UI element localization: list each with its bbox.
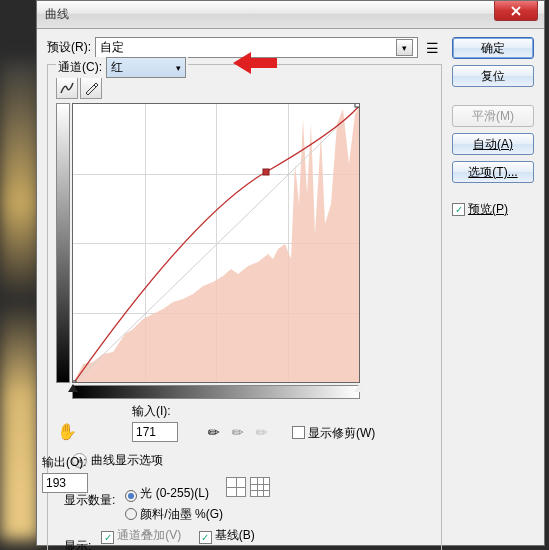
light-radio[interactable]: 光 (0-255)(L) (125, 486, 209, 500)
chevron-down-icon: ▾ (176, 63, 181, 73)
white-eyedropper-icon[interactable]: ✎ (248, 418, 276, 446)
grid-detailed-icon[interactable] (250, 477, 270, 497)
svg-rect-3 (355, 104, 360, 107)
close-button[interactable] (494, 1, 538, 21)
white-point-slider[interactable] (354, 384, 364, 392)
hand-tool-icon[interactable]: ✋ (56, 420, 78, 442)
input-label: 输入(I): (132, 403, 178, 420)
curve-icon (59, 81, 75, 95)
black-point-slider[interactable] (68, 384, 78, 392)
grid-simple-icon[interactable] (226, 477, 246, 497)
ok-button[interactable]: 确定 (452, 37, 534, 59)
curve-tool-button[interactable] (56, 77, 78, 99)
output-label: 输出(O): (42, 454, 88, 471)
show-clip-checkbox[interactable]: 显示修剪(W) (292, 425, 375, 442)
options-button[interactable]: 选项(T)... (452, 161, 534, 183)
show-label: 显示: (64, 538, 91, 551)
output-input[interactable]: 193 (42, 473, 88, 493)
channel-select[interactable]: 红 ▾ (106, 57, 186, 78)
close-icon (510, 6, 522, 16)
show-amount-label: 显示数量: (64, 492, 115, 509)
pencil-tool-button[interactable] (80, 77, 102, 99)
svg-rect-1 (73, 381, 76, 383)
annotation-arrow (233, 52, 277, 74)
input-gradient[interactable] (72, 385, 360, 399)
baseline-checkbox[interactable]: ✓基线(B) (199, 528, 255, 542)
curve-group: 通道(C): 红 ▾ (47, 64, 442, 550)
cancel-button[interactable]: 复位 (452, 65, 534, 87)
curve-canvas[interactable] (72, 103, 360, 383)
titlebar[interactable]: 曲线 (37, 1, 544, 29)
input-input[interactable]: 171 (132, 422, 178, 442)
svg-rect-2 (263, 169, 269, 175)
pigment-radio[interactable]: 颜料/油墨 %(G) (125, 507, 223, 521)
channel-overlay-checkbox[interactable]: ✓通道叠加(V) (101, 528, 181, 542)
chevron-down-icon: ▾ (396, 39, 413, 56)
preview-checkbox[interactable]: ✓预览(P) (452, 201, 534, 218)
smooth-button[interactable]: 平滑(M) (452, 105, 534, 127)
output-gradient (56, 103, 70, 383)
preset-menu-icon[interactable]: ☰ (422, 39, 442, 57)
preset-value: 自定 (100, 39, 124, 56)
curves-dialog: 曲线 预设(R): 自定 ▾ ☰ 通道(C): 红 ▾ (36, 0, 545, 546)
auto-button[interactable]: 自动(A) (452, 133, 534, 155)
curve-svg (73, 104, 360, 383)
pencil-icon (84, 81, 98, 95)
channel-value: 红 (111, 59, 123, 76)
preset-label: 预设(R): (47, 39, 91, 56)
display-options-label: 曲线显示选项 (91, 452, 163, 469)
window-title: 曲线 (45, 6, 69, 23)
channel-label: 通道(C): (58, 59, 102, 76)
